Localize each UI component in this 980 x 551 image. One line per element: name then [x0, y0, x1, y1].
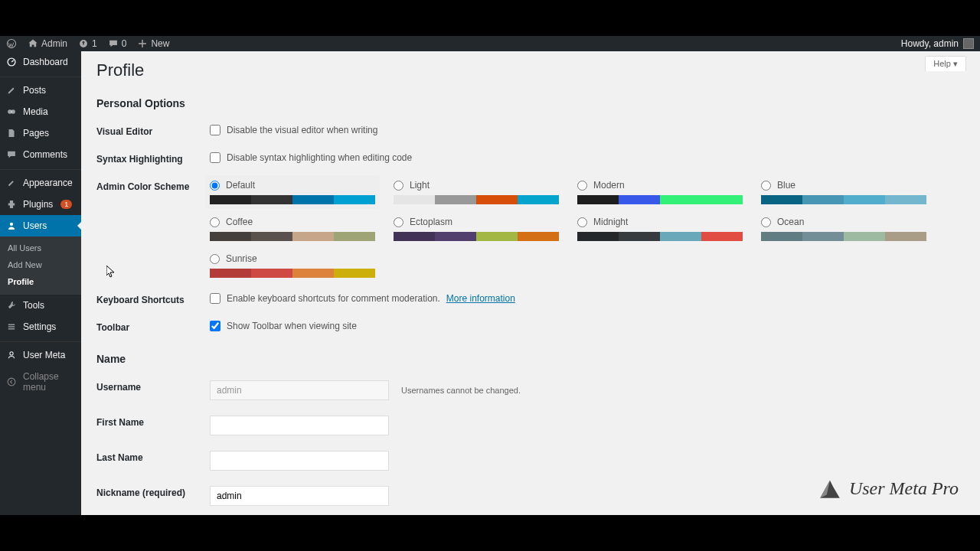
color-scheme-option[interactable]: Light	[394, 180, 559, 204]
visual-editor-text: Disable the visual editor when writing	[227, 125, 377, 135]
users-submenu: All Users Add New Profile	[0, 236, 81, 295]
color-scheme-label: Admin Color Scheme	[96, 180, 210, 192]
color-scheme-option[interactable]: Coffee	[210, 217, 375, 241]
color-scheme-radio[interactable]	[210, 217, 220, 227]
help-tab[interactable]: Help ▾	[925, 56, 966, 71]
color-scheme-radio[interactable]	[577, 217, 587, 227]
syntax-text: Disable syntax highlighting when editing…	[227, 152, 412, 163]
color-scheme-radio[interactable]	[210, 254, 220, 264]
color-swatches	[210, 269, 375, 278]
keyboard-checkbox[interactable]	[210, 293, 220, 304]
svg-rect-6	[8, 326, 15, 327]
admin-toolbar: Admin 1 0 New Howdy, admin	[0, 36, 980, 51]
admin-sidebar: Dashboard Posts Media Pages Comments App…	[0, 51, 81, 515]
color-scheme-radio[interactable]	[761, 181, 771, 191]
color-scheme-name: Default	[226, 180, 255, 191]
toolbar-text: Show Toolbar when viewing site	[227, 321, 357, 331]
color-scheme-option[interactable]: Blue	[761, 180, 926, 204]
menu-plugins[interactable]: Plugins 1	[0, 194, 81, 215]
wp-logo-icon[interactable]	[6, 38, 17, 49]
new-link[interactable]: New	[137, 38, 169, 49]
comments-count: 0	[122, 38, 127, 49]
menu-appearance[interactable]: Appearance	[0, 169, 81, 194]
updates-link[interactable]: 1	[78, 38, 97, 49]
color-scheme-radio[interactable]	[761, 217, 771, 227]
syntax-label: Syntax Highlighting	[96, 152, 210, 165]
color-swatches	[394, 195, 559, 204]
color-swatches	[761, 195, 926, 204]
color-swatches	[577, 195, 743, 204]
main-content: Help ▾ Profile Personal Options Visual E…	[81, 51, 980, 515]
submenu-profile[interactable]: Profile	[0, 273, 81, 290]
color-scheme-radio[interactable]	[394, 181, 403, 191]
nickname-label: Nickname (required)	[96, 486, 210, 498]
color-scheme-name: Sunrise	[226, 253, 257, 264]
page-title: Profile	[96, 51, 965, 85]
menu-user-meta[interactable]: User Meta	[0, 341, 81, 366]
color-scheme-option[interactable]: Default	[205, 175, 380, 209]
site-name: Admin	[41, 38, 67, 49]
svg-point-9	[8, 378, 15, 386]
svg-point-8	[10, 352, 13, 355]
color-scheme-name: Blue	[777, 180, 795, 191]
menu-posts[interactable]: Posts	[0, 77, 81, 101]
menu-tools[interactable]: Tools	[0, 295, 81, 316]
menu-media[interactable]: Media	[0, 101, 81, 122]
username-label: Username	[96, 380, 210, 393]
submenu-all-users[interactable]: All Users	[0, 240, 81, 256]
submenu-add-new[interactable]: Add New	[0, 256, 81, 273]
color-scheme-radio[interactable]	[210, 181, 220, 191]
syntax-checkbox[interactable]	[210, 152, 220, 163]
username-desc: Usernames cannot be changed.	[401, 386, 521, 395]
color-scheme-radio[interactable]	[577, 181, 587, 191]
color-swatches	[577, 232, 743, 241]
toolbar-label: Toolbar	[96, 321, 210, 333]
color-scheme-name: Modern	[593, 180, 625, 191]
nickname-input[interactable]	[210, 486, 389, 506]
color-scheme-option[interactable]: Midnight	[577, 217, 743, 241]
visual-editor-checkbox[interactable]	[210, 125, 220, 135]
color-scheme-name: Ocean	[777, 217, 804, 227]
toolbar-checkbox[interactable]	[210, 321, 220, 331]
color-scheme-name: Coffee	[226, 217, 253, 227]
color-scheme-name: Midnight	[593, 217, 628, 227]
svg-point-4	[10, 223, 13, 226]
howdy-text[interactable]: Howdy, admin	[901, 38, 959, 49]
firstname-input[interactable]	[210, 416, 389, 435]
color-scheme-name: Ectoplasm	[410, 217, 452, 227]
menu-pages[interactable]: Pages	[0, 122, 81, 144]
color-swatches	[394, 232, 559, 241]
keyboard-more-link[interactable]: More information	[446, 293, 515, 304]
site-link[interactable]: Admin	[28, 38, 67, 49]
color-scheme-option[interactable]: Modern	[577, 180, 743, 204]
visual-editor-label: Visual Editor	[96, 125, 210, 137]
plugins-badge: 1	[60, 200, 72, 209]
menu-comments[interactable]: Comments	[0, 144, 81, 165]
menu-settings[interactable]: Settings	[0, 316, 81, 337]
collapse-menu[interactable]: Collapse menu	[0, 366, 81, 398]
color-scheme-option[interactable]: Ectoplasm	[394, 217, 559, 241]
watermark-logo: User Meta Pro	[817, 475, 959, 501]
color-scheme-option[interactable]: Ocean	[761, 217, 926, 241]
new-label: New	[151, 38, 169, 49]
color-schemes: DefaultLightModernBlueCoffeeEctoplasmMid…	[210, 180, 945, 278]
color-scheme-radio[interactable]	[394, 217, 403, 227]
svg-rect-5	[8, 324, 15, 325]
menu-users[interactable]: Users	[0, 215, 81, 236]
color-swatches	[210, 195, 375, 204]
avatar[interactable]	[963, 38, 974, 49]
color-scheme-name: Light	[410, 180, 430, 191]
section-name: Name	[96, 353, 965, 365]
firstname-label: First Name	[96, 416, 210, 428]
color-swatches	[210, 232, 375, 241]
keyboard-label: Keyboard Shortcuts	[96, 293, 210, 305]
comments-link[interactable]: 0	[108, 38, 127, 49]
keyboard-text: Enable keyboard shortcuts for comment mo…	[227, 293, 440, 304]
username-input	[210, 380, 389, 400]
lastname-input[interactable]	[210, 451, 389, 471]
color-scheme-option[interactable]: Sunrise	[210, 253, 375, 278]
lastname-label: Last Name	[96, 451, 210, 463]
menu-dashboard[interactable]: Dashboard	[0, 51, 81, 73]
section-personal-options: Personal Options	[96, 97, 965, 109]
updates-count: 1	[92, 38, 97, 49]
